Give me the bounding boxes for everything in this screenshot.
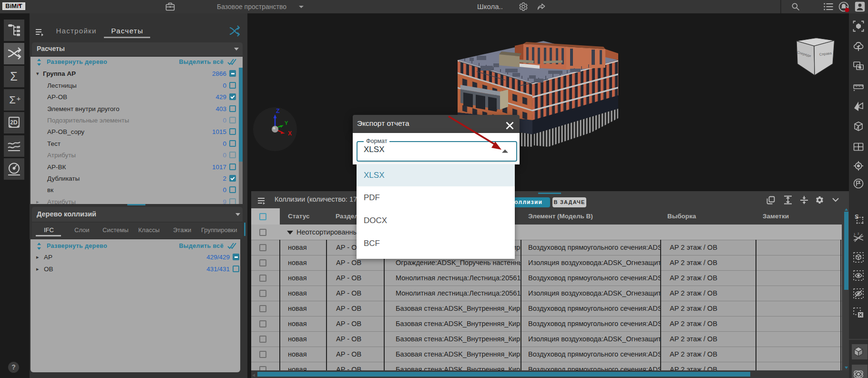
svg-text:Z: Z <box>276 107 280 114</box>
svg-text:Σ: Σ <box>10 70 17 83</box>
svg-text:Σ: Σ <box>9 94 16 106</box>
svg-text:X: X <box>288 130 292 137</box>
svg-text:Y: Y <box>285 120 288 126</box>
svg-text:2D: 2D <box>10 119 18 126</box>
svg-text:+: + <box>17 94 21 102</box>
svg-text:1: 1 <box>854 233 856 235</box>
svg-text:S: S <box>855 213 859 220</box>
svg-text:2: 2 <box>858 232 859 235</box>
